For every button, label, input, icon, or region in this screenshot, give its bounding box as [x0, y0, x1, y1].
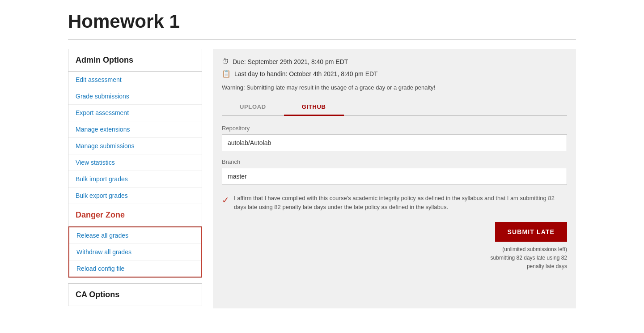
sidebar: Admin Options Edit assessment Grade subm… — [68, 49, 202, 306]
main-content-area: ⏱ Due: September 29th 2021, 8:40 pm EDT … — [213, 49, 576, 308]
submission-tabs: UPLOAD GITHUB — [222, 99, 567, 116]
checkmark-icon: ✓ — [222, 195, 229, 205]
tab-github[interactable]: GITHUB — [284, 99, 344, 116]
due-date-text: Due: September 29th 2021, 8:40 pm EDT — [233, 58, 348, 65]
affirm-text: I affirm that I have complied with this … — [234, 194, 567, 211]
sidebar-item-bulk-import-grades[interactable]: Bulk import grades — [68, 171, 202, 188]
page-title: Homework 1 — [68, 11, 576, 32]
repository-field-group: Repository — [222, 125, 567, 151]
calendar-icon: 📋 — [222, 69, 231, 78]
danger-zone-section: Release all grades Withdraw all grades R… — [68, 226, 202, 278]
admin-options-title: Admin Options — [68, 49, 202, 72]
content-layout: Admin Options Edit assessment Grade subm… — [68, 49, 576, 308]
clock-icon: ⏱ — [222, 58, 229, 66]
submission-note-line1: (unlimited submissions left) — [502, 246, 567, 252]
sidebar-item-withdraw-all-grades[interactable]: Withdraw all grades — [69, 244, 201, 260]
admin-options-card: Admin Options Edit assessment Grade subm… — [68, 49, 202, 278]
branch-label: Branch — [222, 158, 567, 165]
sidebar-item-release-all-grades[interactable]: Release all grades — [69, 227, 201, 244]
submission-note: (unlimited submissions left) submitting … — [491, 245, 567, 271]
last-day-text: Last day to handin: October 4th 2021, 8:… — [234, 70, 378, 77]
sidebar-item-view-statistics[interactable]: View statistics — [68, 154, 202, 171]
ca-options-card: CA Options — [68, 283, 202, 306]
branch-input[interactable] — [222, 168, 567, 185]
sidebar-item-edit-assessment[interactable]: Edit assessment — [68, 72, 202, 88]
title-divider — [68, 39, 576, 40]
repository-input[interactable] — [222, 134, 567, 151]
submit-late-button[interactable]: SUBMIT LATE — [495, 222, 567, 242]
sidebar-item-export-assessment[interactable]: Export assessment — [68, 105, 202, 121]
sidebar-item-bulk-export-grades[interactable]: Bulk export grades — [68, 188, 202, 204]
warning-text: Warning: Submitting late may result in t… — [222, 84, 567, 91]
sidebar-item-reload-config-file[interactable]: Reload config file — [69, 260, 201, 277]
ca-options-title: CA Options — [68, 284, 202, 306]
sidebar-item-manage-submissions[interactable]: Manage submissions — [68, 138, 202, 154]
affirm-row: ✓ I affirm that I have complied with thi… — [222, 194, 567, 211]
submit-area: SUBMIT LATE (unlimited submissions left)… — [222, 222, 567, 271]
submission-note-line2: submitting 82 days late using 82 — [491, 255, 567, 261]
danger-zone-title: Danger Zone — [68, 204, 202, 226]
repository-label: Repository — [222, 125, 567, 132]
last-day-row: 📋 Last day to handin: October 4th 2021, … — [222, 69, 567, 78]
due-date-row: ⏱ Due: September 29th 2021, 8:40 pm EDT — [222, 58, 567, 66]
branch-field-group: Branch — [222, 158, 567, 185]
sidebar-item-manage-extensions[interactable]: Manage extensions — [68, 121, 202, 138]
submission-note-line3: penalty late days — [527, 263, 567, 269]
sidebar-item-grade-submissions[interactable]: Grade submissions — [68, 88, 202, 105]
tab-upload[interactable]: UPLOAD — [222, 99, 284, 116]
